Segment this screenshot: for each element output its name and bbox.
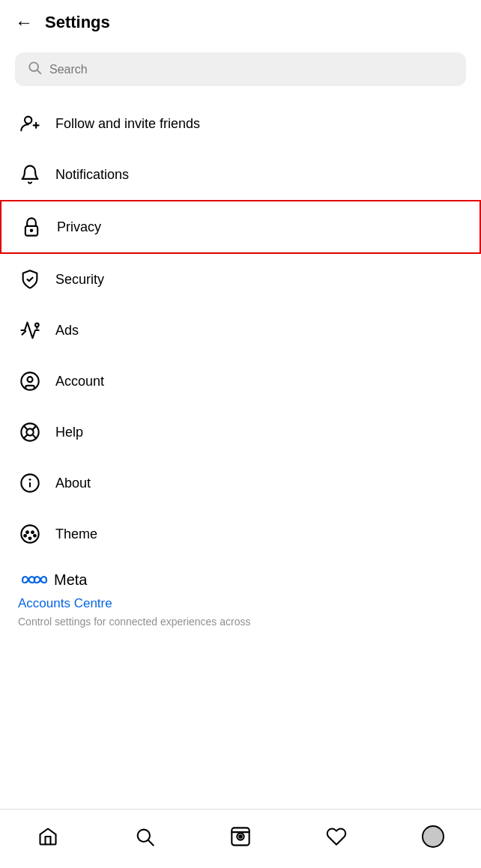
security-icon <box>18 267 42 291</box>
accounts-centre-link[interactable]: Accounts Centre <box>18 596 463 611</box>
meta-logo: Meta <box>18 571 463 589</box>
follow-icon <box>18 112 42 136</box>
menu-item-about-label: About <box>55 476 91 491</box>
search-bar[interactable] <box>15 52 466 86</box>
nav-home[interactable] <box>30 819 66 855</box>
svg-line-14 <box>32 434 36 438</box>
menu-item-follow-label: Follow and invite friends <box>55 116 200 132</box>
menu-list: Follow and invite friends Notifications … <box>0 98 481 809</box>
menu-item-notifications[interactable]: Notifications <box>0 149 481 200</box>
ads-icon <box>18 318 42 342</box>
svg-line-17 <box>24 434 28 438</box>
search-input[interactable] <box>49 63 454 76</box>
theme-icon <box>18 522 42 546</box>
search-icon <box>27 60 42 79</box>
accounts-centre-desc: Control settings for connected experienc… <box>18 616 463 628</box>
profile-avatar <box>422 825 444 848</box>
menu-item-account[interactable]: Account <box>0 356 481 407</box>
menu-item-help[interactable]: Help <box>0 407 481 458</box>
svg-line-28 <box>148 840 153 845</box>
menu-item-ads[interactable]: Ads <box>0 305 481 356</box>
svg-point-22 <box>26 531 28 533</box>
menu-item-account-label: Account <box>55 374 104 389</box>
menu-item-notifications-label: Notifications <box>55 167 129 183</box>
menu-item-follow[interactable]: Follow and invite friends <box>0 98 481 149</box>
svg-point-9 <box>21 372 38 389</box>
svg-point-10 <box>28 377 33 382</box>
svg-point-26 <box>29 537 31 539</box>
menu-item-security[interactable]: Security <box>0 254 481 305</box>
svg-point-25 <box>34 535 36 537</box>
meta-section: Meta Accounts Centre Control settings fo… <box>0 559 481 634</box>
svg-line-1 <box>37 70 41 74</box>
svg-line-8 <box>22 331 26 335</box>
menu-item-theme-label: Theme <box>55 526 97 542</box>
svg-point-31 <box>239 835 242 838</box>
menu-item-security-label: Security <box>55 272 104 288</box>
menu-item-ads-label: Ads <box>55 323 79 339</box>
svg-point-6 <box>31 230 32 231</box>
bottom-nav <box>0 809 481 868</box>
page-title: Settings <box>45 13 110 32</box>
notifications-icon <box>18 163 42 186</box>
meta-label: Meta <box>54 571 87 589</box>
svg-point-2 <box>25 117 31 124</box>
svg-line-16 <box>32 427 35 430</box>
nav-profile[interactable] <box>415 819 451 855</box>
about-icon <box>18 471 42 495</box>
menu-item-about[interactable]: About <box>0 458 481 509</box>
header: ← Settings <box>0 0 481 45</box>
menu-item-theme[interactable]: Theme <box>0 509 481 559</box>
nav-search[interactable] <box>127 819 163 855</box>
nav-reels[interactable] <box>223 819 258 855</box>
menu-item-privacy[interactable]: Privacy <box>0 200 481 254</box>
account-icon <box>18 369 42 393</box>
nav-likes[interactable] <box>318 819 354 855</box>
back-button[interactable]: ← <box>15 12 33 33</box>
menu-item-privacy-label: Privacy <box>57 219 101 235</box>
menu-item-help-label: Help <box>55 425 83 440</box>
svg-line-13 <box>24 426 28 430</box>
meta-infinity-icon <box>18 572 48 589</box>
privacy-icon <box>19 215 43 239</box>
svg-point-23 <box>31 531 34 533</box>
svg-point-24 <box>24 535 26 537</box>
help-icon <box>18 420 42 444</box>
